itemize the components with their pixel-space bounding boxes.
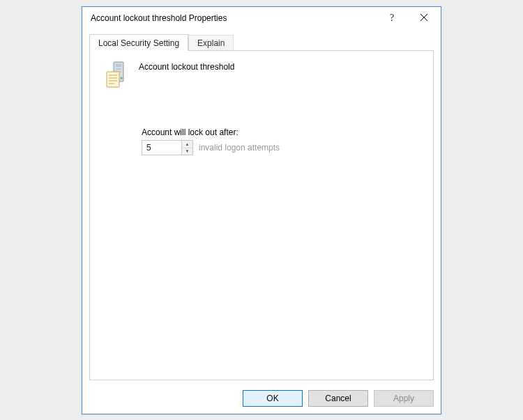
client-area: Local Security Setting Explain <box>82 29 441 386</box>
threshold-unit: invalid logon attempts <box>199 143 280 153</box>
threshold-input[interactable] <box>142 141 181 155</box>
threshold-spinner: ▲ ▼ <box>142 140 193 155</box>
spinner-up[interactable]: ▲ <box>182 141 192 148</box>
help-button[interactable]: ? <box>378 8 409 29</box>
svg-rect-5 <box>116 68 121 70</box>
tab-panel-local: Account lockout threshold Account will l… <box>89 50 434 380</box>
chevron-down-icon: ▼ <box>185 149 190 153</box>
ok-button[interactable]: OK <box>243 390 303 407</box>
policy-name: Account lockout threshold <box>139 61 234 72</box>
cancel-button[interactable]: Cancel <box>308 390 368 407</box>
svg-rect-4 <box>116 64 121 67</box>
button-label: Cancel <box>325 394 351 403</box>
tab-label: Explain <box>197 38 225 48</box>
button-label: OK <box>266 394 278 403</box>
policy-icon <box>104 61 129 88</box>
tab-local-security-setting[interactable]: Local Security Setting <box>89 34 188 51</box>
threshold-label: Account will lock out after: <box>142 127 419 137</box>
spinner-down[interactable]: ▼ <box>182 148 192 155</box>
apply-button: Apply <box>374 390 434 407</box>
policy-header: Account lockout threshold <box>104 61 419 88</box>
svg-line-1 <box>420 14 427 21</box>
dialog-title: Account lockout threshold Properties <box>91 13 378 23</box>
tab-label: Local Security Setting <box>98 38 179 48</box>
threshold-field: Account will lock out after: ▲ ▼ <box>142 127 419 155</box>
tab-explain[interactable]: Explain <box>188 35 234 51</box>
svg-text:?: ? <box>390 13 394 22</box>
svg-point-7 <box>121 77 123 79</box>
properties-dialog: Account lockout threshold Properties ? L… <box>82 6 441 414</box>
chevron-up-icon: ▲ <box>185 142 190 146</box>
close-button[interactable] <box>409 8 439 29</box>
help-icon: ? <box>390 13 397 24</box>
threshold-input-row: ▲ ▼ invalid logon attempts <box>142 140 419 155</box>
titlebar: Account lockout threshold Properties ? <box>82 7 441 29</box>
svg-rect-8 <box>107 72 119 87</box>
tabstrip: Local Security Setting Explain <box>89 33 434 50</box>
svg-line-2 <box>420 14 427 21</box>
dialog-buttons: OK Cancel Apply <box>82 386 441 414</box>
button-label: Apply <box>393 394 414 403</box>
close-icon <box>420 13 427 23</box>
spinner-buttons: ▲ ▼ <box>181 141 192 155</box>
